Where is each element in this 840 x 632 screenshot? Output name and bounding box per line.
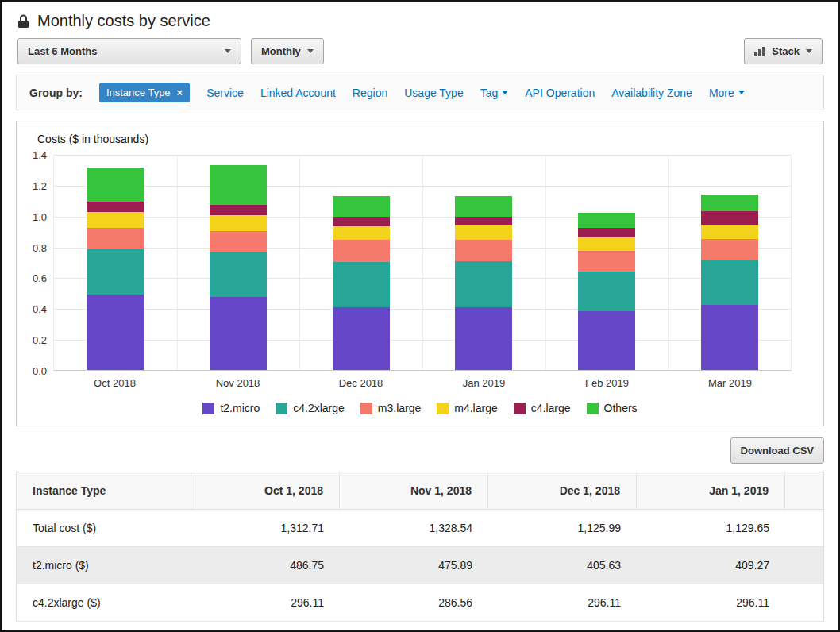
bar-segment-m3.large[interactable]: [333, 240, 390, 261]
bar-segment-m3.large[interactable]: [701, 239, 758, 260]
group-by-links: ServiceLinked AccountRegionUsage TypeTag…: [206, 87, 745, 99]
bar-segment-Others[interactable]: [701, 195, 758, 211]
stacked-bar-feb-2019[interactable]: [578, 213, 635, 370]
plot-vertical-gridline: [299, 155, 300, 370]
plot-vertical-gridline: [545, 155, 546, 370]
stack-chart-icon: [754, 47, 765, 56]
bar-segment-m3.large[interactable]: [210, 231, 267, 252]
group-by-link-usage-type[interactable]: Usage Type: [404, 87, 463, 99]
bar-segment-m4.large[interactable]: [578, 237, 635, 251]
cell-value: 486.75: [191, 547, 340, 584]
legend-swatch: [587, 403, 599, 414]
table-row: t2.micro ($)486.75475.89405.63409.27: [17, 547, 823, 584]
bar-segment-t2.micro[interactable]: [455, 307, 512, 370]
column-header-instance-type: Instance Type: [17, 472, 191, 509]
bar-segment-c4.2xlarge[interactable]: [578, 272, 635, 312]
chart-style-dropdown[interactable]: Stack: [744, 38, 823, 64]
bar-segment-c4.large[interactable]: [701, 211, 758, 225]
group-by-link-availability-zone[interactable]: Availability Zone: [611, 87, 692, 99]
stacked-bar-nov-2018[interactable]: [210, 165, 267, 370]
group-by-link-label: Region: [353, 87, 387, 99]
bar-segment-t2.micro[interactable]: [701, 305, 758, 370]
legend-swatch: [276, 403, 287, 414]
group-by-link-service[interactable]: Service: [206, 87, 244, 99]
column-header-jan-1-2019: Jan 1, 2019: [637, 472, 785, 509]
x-tick-label: Oct 2018: [53, 377, 176, 389]
bar-segment-t2.micro[interactable]: [578, 311, 635, 370]
chevron-down-icon: [806, 49, 812, 53]
cell-value: 405.63: [488, 547, 637, 584]
bar-segment-t2.micro[interactable]: [210, 297, 267, 370]
bar-segment-m3.large[interactable]: [87, 228, 144, 249]
bar-segment-c4.large[interactable]: [333, 217, 390, 226]
group-by-link-label: Availability Zone: [611, 87, 692, 99]
chart-style-label: Stack: [772, 45, 800, 57]
column-header-dec-1-2018: Dec 1, 2018: [488, 472, 637, 509]
group-by-link-api-operation[interactable]: API Operation: [525, 87, 595, 99]
cell-spacer: [785, 547, 823, 584]
column-header-spacer: [785, 472, 823, 509]
plot-vertical-gridline: [668, 155, 669, 370]
page-header: Monthly costs by service: [2, 2, 838, 38]
chevron-down-icon: [738, 91, 745, 94]
download-csv-button[interactable]: Download CSV: [730, 437, 824, 464]
cell-spacer: [785, 584, 823, 621]
chevron-down-icon: [502, 91, 508, 94]
group-by-link-region[interactable]: Region: [353, 87, 387, 99]
bar-segment-Others[interactable]: [210, 165, 267, 205]
bar-segment-m4.large[interactable]: [455, 225, 512, 239]
y-tick-label: 0.6: [33, 272, 47, 284]
group-by-link-linked-account[interactable]: Linked Account: [260, 87, 336, 99]
lock-icon: [17, 14, 29, 29]
cost-explorer-page: { "header": { "title": "Monthly costs by…: [0, 0, 840, 632]
stacked-bar-jan-2019[interactable]: [455, 196, 512, 371]
group-by-label: Group by:: [29, 87, 83, 99]
bar-segment-Others[interactable]: [87, 168, 144, 202]
bar-segment-c4.2xlarge[interactable]: [87, 249, 144, 295]
bar-segment-c4.2xlarge[interactable]: [701, 260, 758, 305]
group-by-link-more[interactable]: More: [709, 87, 745, 99]
bar-segment-c4.2xlarge[interactable]: [455, 261, 512, 307]
legend-label: c4.2xlarge: [293, 402, 345, 414]
bar-segment-m3.large[interactable]: [455, 240, 512, 261]
x-tick-label: Dec 2018: [299, 377, 422, 389]
x-tick-label: Mar 2019: [669, 377, 792, 389]
bar-segment-m4.large[interactable]: [333, 226, 390, 240]
bar-segment-Others[interactable]: [578, 213, 635, 228]
group-by-bar: Group by: Instance Type × ServiceLinked …: [16, 75, 824, 110]
chart-title: Costs ($ in thousands): [17, 131, 823, 155]
group-by-link-tag[interactable]: Tag: [480, 87, 509, 99]
bar-segment-t2.micro[interactable]: [87, 295, 144, 370]
bar-segment-c4.large[interactable]: [87, 202, 144, 213]
stacked-bar-oct-2018[interactable]: [87, 168, 144, 370]
bar-segment-c4.large[interactable]: [455, 217, 512, 226]
group-by-chip-instance-type[interactable]: Instance Type ×: [99, 83, 190, 102]
bar-segment-m3.large[interactable]: [578, 251, 635, 271]
bar-segment-c4.2xlarge[interactable]: [333, 262, 390, 308]
bar-segment-c4.large[interactable]: [578, 228, 635, 237]
download-row: Download CSV: [16, 437, 824, 464]
bar-segment-m4.large[interactable]: [87, 212, 144, 227]
bar-segment-Others[interactable]: [455, 196, 512, 217]
close-icon[interactable]: ×: [177, 87, 183, 98]
bar-segment-c4.large[interactable]: [210, 205, 267, 216]
legend-item-m4.large: m4.large: [437, 402, 497, 414]
bar-segment-Others[interactable]: [333, 196, 390, 217]
bar-segment-t2.micro[interactable]: [333, 307, 390, 370]
granularity-dropdown[interactable]: Monthly: [251, 38, 324, 64]
legend-item-c4.large: c4.large: [514, 402, 571, 414]
bar-segment-m4.large[interactable]: [210, 215, 267, 230]
legend-swatch: [360, 403, 372, 414]
cell-value: 1,312.71: [191, 510, 340, 546]
bar-segment-c4.2xlarge[interactable]: [210, 252, 267, 297]
stacked-bar-mar-2019[interactable]: [701, 195, 758, 370]
stacked-bar-dec-2018[interactable]: [333, 196, 390, 370]
cell-value: 1,328.54: [340, 510, 488, 546]
bar-segment-m4.large[interactable]: [701, 225, 758, 238]
cell-spacer: [785, 510, 823, 546]
legend-label: Others: [604, 402, 638, 414]
cell-value: 409.27: [637, 547, 785, 584]
y-tick-label: 0.4: [33, 303, 47, 315]
time-range-dropdown[interactable]: Last 6 Months: [17, 38, 241, 64]
table-header: Instance TypeOct 1, 2018Nov 1, 2018Dec 1…: [17, 472, 823, 510]
